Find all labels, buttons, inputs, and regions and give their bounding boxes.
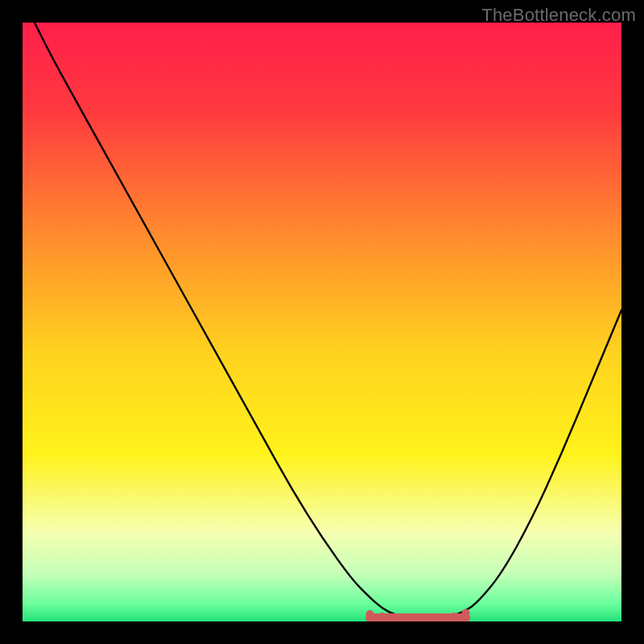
chart-frame: TheBottleneck.com — [0, 0, 644, 644]
gradient-background — [23, 23, 621, 621]
plot-area — [23, 23, 621, 621]
optimal-dot — [450, 613, 458, 621]
optimal-dot — [378, 613, 386, 621]
watermark-text: TheBottleneck.com — [481, 5, 636, 26]
bottleneck-chart — [23, 23, 621, 621]
optimal-dot — [462, 609, 470, 617]
optimal-dot — [366, 610, 374, 618]
